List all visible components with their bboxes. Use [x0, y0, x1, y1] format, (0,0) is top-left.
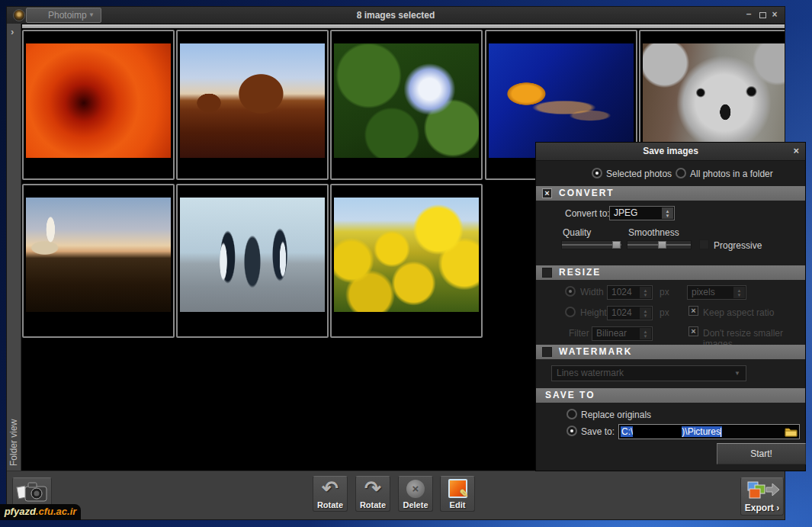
save-path-prefix: C:\	[621, 426, 633, 437]
text-caret	[721, 428, 721, 437]
progressive-label[interactable]: Progressive	[714, 240, 762, 251]
all-photos-radio[interactable]	[676, 168, 686, 178]
save-path-input[interactable]: C:\)\Pictures	[618, 424, 800, 439]
thumbnail-lighthouse[interactable]	[26, 198, 171, 312]
watermark-checkbox[interactable]	[542, 347, 552, 357]
camera-icon	[13, 480, 51, 501]
redacted-path-segment	[633, 426, 682, 437]
unit-select[interactable]: pixels	[687, 285, 746, 300]
convert-checkbox[interactable]: ×	[542, 188, 552, 198]
format-select[interactable]: JPEG	[609, 206, 675, 220]
start-button[interactable]: Start!	[717, 443, 806, 464]
delete-circle-icon: ×	[406, 480, 425, 498]
height-label: Height	[580, 307, 607, 318]
thumbnail-hydrangea[interactable]	[334, 43, 479, 158]
resize-section-label: RESIZE	[559, 265, 601, 280]
filter-spinner-icon[interactable]	[640, 328, 651, 339]
quality-slider-thumb[interactable]	[612, 241, 621, 249]
height-input[interactable]: 1024	[607, 306, 653, 320]
radio-dot	[595, 172, 599, 175]
progressive-checkbox[interactable]	[699, 239, 709, 249]
width-input[interactable]: 1024	[607, 285, 653, 300]
height-px-label: px	[660, 307, 669, 318]
unit-spinner-icon[interactable]	[733, 287, 745, 298]
rotate-right-button[interactable]: ↷ Rotate	[355, 476, 390, 512]
smoothness-slider[interactable]	[627, 240, 692, 249]
export-button[interactable]: Export ›	[740, 477, 784, 516]
delete-x-icon: ×	[399, 478, 432, 500]
app-logo-icon	[13, 9, 25, 21]
rotate-left-icon: ↶	[313, 478, 347, 500]
replace-originals-label[interactable]: Replace originals	[581, 410, 651, 420]
watermark-section-label: WATERMARK	[559, 345, 632, 359]
height-value: 1024	[611, 307, 632, 320]
filter-value: Bilinear	[596, 327, 627, 340]
expand-sidebar-icon[interactable]: ›	[11, 26, 14, 37]
titlebar: 8 images selected Photoimp ▼ – ×	[7, 7, 785, 24]
brand-watermark: pfyazd.cfu.ac.ir	[0, 504, 81, 520]
minimize-button[interactable]: –	[743, 7, 754, 24]
thumbnail-cell[interactable]	[22, 184, 175, 338]
replace-originals-radio[interactable]	[566, 409, 577, 419]
rotate-right-label: Rotate	[356, 500, 390, 509]
folder-view-sidebar[interactable]: › Folder view	[7, 24, 21, 471]
thumbnail-tulips[interactable]	[334, 198, 479, 312]
watermark-value: Lines watermark	[557, 366, 624, 381]
height-spinner-icon[interactable]	[640, 307, 651, 319]
thumbnail-cell[interactable]	[176, 30, 329, 180]
maximize-icon	[759, 12, 766, 18]
watermark-select[interactable]: Lines watermark	[551, 365, 746, 381]
width-radio[interactable]	[565, 286, 576, 297]
desktop: { "titlebar": { "app_button": "Photoimp"…	[0, 0, 812, 527]
save-images-dialog: Save images × Selected photos All photos…	[535, 142, 806, 471]
chevron-down-icon: ▼	[88, 8, 95, 22]
format-value: JPEG	[614, 207, 637, 220]
quality-slider[interactable]	[561, 240, 622, 249]
export-label: Export ›	[741, 503, 783, 513]
saveto-section-bar: SAVE TO	[536, 388, 805, 403]
height-radio[interactable]	[565, 307, 576, 317]
convert-section-bar: × CONVERT	[536, 186, 805, 201]
thumbnail-jellyfish[interactable]	[489, 43, 634, 158]
thumbnail-cell[interactable]	[176, 184, 329, 338]
smoothness-slider-thumb[interactable]	[658, 241, 666, 249]
edit-label: Edit	[441, 500, 474, 509]
thumbnail-cell[interactable]	[22, 30, 175, 180]
delete-button[interactable]: × Delete	[398, 476, 433, 512]
width-px-label: px	[660, 287, 669, 297]
maximize-button[interactable]	[757, 7, 768, 24]
thumbnail-cell[interactable]	[330, 184, 483, 338]
delete-label: Delete	[399, 500, 432, 509]
close-button[interactable]: ×	[769, 7, 780, 24]
unit-value: pixels	[692, 286, 715, 299]
keep-aspect-checkbox[interactable]: ×	[688, 306, 698, 316]
selected-photos-radio[interactable]	[592, 168, 602, 178]
thumbnail-penguins[interactable]	[180, 198, 325, 312]
filter-select[interactable]: Bilinear	[592, 326, 653, 341]
thumbnail-monument-valley[interactable]	[180, 43, 325, 158]
all-photos-label[interactable]: All photos in a folder	[690, 169, 773, 179]
app-menu-button[interactable]: Photoimp ▼	[26, 8, 101, 23]
width-spinner-icon[interactable]	[640, 287, 651, 298]
edit-button[interactable]: ✎ Edit	[440, 476, 475, 512]
saveto-section-label: SAVE TO	[545, 388, 595, 403]
thumbnail-cell[interactable]	[330, 30, 483, 180]
dont-resize-checkbox[interactable]: ×	[688, 326, 698, 336]
selected-photos-label[interactable]: Selected photos	[606, 169, 672, 179]
rotate-left-button[interactable]: ↶ Rotate	[313, 476, 348, 512]
horizontal-scrollbar[interactable]	[22, 24, 785, 28]
format-spinner-icon[interactable]	[662, 207, 673, 219]
width-value: 1024	[611, 286, 632, 299]
dialog-close-button[interactable]: ×	[793, 143, 799, 159]
rotate-left-label: Rotate	[313, 500, 347, 509]
browse-folder-button[interactable]	[785, 426, 798, 437]
resize-section-bar: RESIZE	[536, 265, 805, 280]
save-path-suffix: )\Pictures	[682, 426, 721, 437]
thumbnail-koala[interactable]	[643, 43, 785, 158]
keep-aspect-label: Keep aspect ratio	[703, 307, 774, 318]
quality-label: Quality	[563, 227, 591, 238]
watermark-section-bar: WATERMARK	[536, 345, 805, 359]
resize-checkbox[interactable]	[542, 268, 552, 278]
sidebar-label: Folder view	[7, 397, 21, 466]
thumbnail-red-dahlia[interactable]	[26, 43, 171, 158]
